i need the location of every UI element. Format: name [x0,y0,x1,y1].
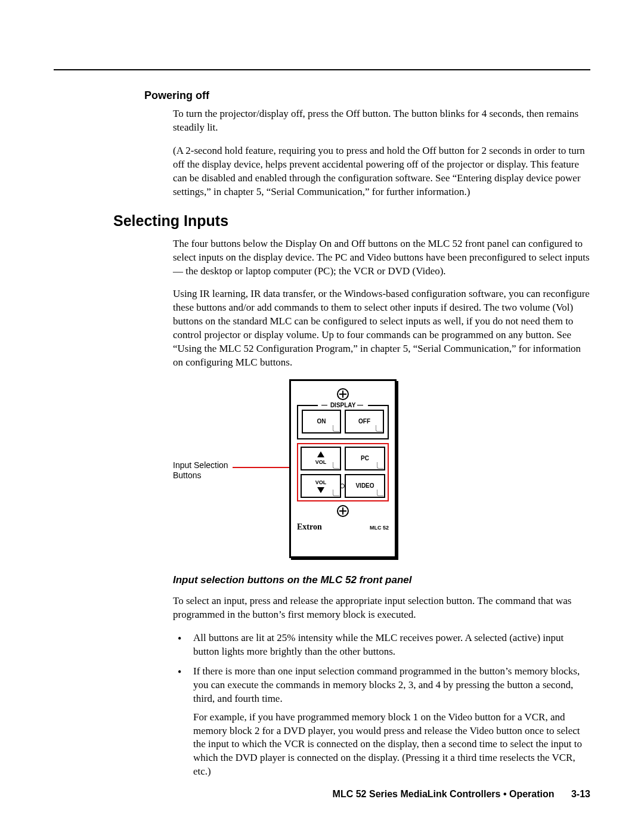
input-selection-group: VOL PC VOL VIDEO [297,443,389,501]
body-text: For example, if you have programmed memo… [193,711,590,779]
body-text: To turn the projector/display off, press… [173,107,590,135]
panel-branding: Extron MLC 52 [297,522,389,533]
arrow-down-icon [317,487,324,493]
subhead-powering-off: Powering off [144,88,590,103]
page-number: 3-13 [571,789,590,799]
list-item: If there is more than one input selectio… [173,665,590,779]
body-text: To select an input, press and release th… [173,594,590,622]
callout-input-selection-buttons: Input Selection Buttons [173,460,228,481]
pc-button[interactable]: PC [345,447,385,470]
page: Powering off To turn the projector/displ… [0,0,644,833]
mlc52-front-panel: — DISPLAY — ON OFF VOL PC VOL [289,379,397,558]
body-text: Using IR learning, IR data transfer, or … [173,287,590,370]
callout-leader-line [233,467,295,468]
page-footer: MLC 52 Series MediaLink Controllers • Op… [333,788,590,801]
figure-caption: Input selection buttons on the MLC 52 fr… [173,574,590,587]
bullet-list: All buttons are lit at 25% intensity whi… [173,631,590,779]
top-rule [54,69,590,70]
screw-icon [337,388,349,400]
volume-down-button[interactable]: VOL [301,474,341,498]
video-button[interactable]: VIDEO [345,474,385,498]
list-item: All buttons are lit at 25% intensity whi… [173,631,590,659]
display-group-label: — DISPLAY — [318,401,368,410]
footer-title: MLC 52 Series MediaLink Controllers • Op… [333,789,555,799]
ir-receiver-icon [340,484,345,488]
display-button-group: — DISPLAY — ON OFF [297,405,389,439]
body-text: The four buttons below the Display On an… [173,237,590,278]
heading-selecting-inputs: Selecting Inputs [113,211,590,231]
off-button[interactable]: OFF [345,410,384,433]
screw-icon [337,505,349,517]
arrow-up-icon [317,451,324,457]
model-label: MLC 52 [370,524,389,531]
body-text: (A 2-second hold feature, requiring you … [173,144,590,199]
volume-up-button[interactable]: VOL [301,447,341,470]
figure-mlc52-panel: Input Selection Buttons — DISPLAY — ON O… [173,379,590,564]
on-button[interactable]: ON [302,410,341,433]
display-label-text: DISPLAY [330,402,355,408]
brand-label: Extron [297,522,322,533]
